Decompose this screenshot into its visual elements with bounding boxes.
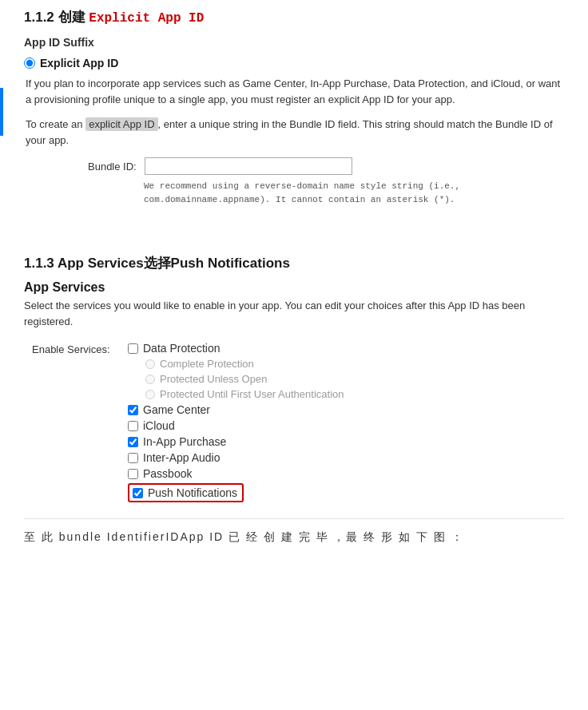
game-center-checkbox[interactable]: [128, 405, 138, 415]
bottom-text: 至 此 bundle IdentifierIDApp ID 已 经 创 建 完 …: [24, 518, 564, 547]
inter-app-audio-label: Inter-App Audio: [143, 451, 220, 464]
in-app-purchase-checkbox[interactable]: [128, 437, 138, 447]
app-services-title: App Services: [24, 280, 564, 295]
service-push-notifications: Push Notifications: [128, 483, 244, 502]
app-services-desc: Select the services you would like to en…: [24, 298, 564, 329]
inter-app-audio-checkbox[interactable]: [128, 453, 138, 463]
in-app-purchase-label: In-App Purchase: [143, 435, 226, 448]
service-inter-app-audio: Inter-App Audio: [128, 451, 344, 464]
complete-protection-label: Complete Protection: [160, 358, 254, 370]
service-protected-until-first: Protected Until First User Authenticatio…: [145, 388, 344, 400]
icloud-label: iCloud: [143, 419, 175, 432]
passbook-checkbox[interactable]: [128, 469, 138, 479]
desc1-text: If you plan to incorporate app services …: [26, 76, 564, 107]
heading-prefix: 1.1.2 创建: [24, 10, 85, 25]
service-data-protection: Data Protection: [128, 342, 344, 355]
service-icloud: iCloud: [128, 419, 344, 432]
bundle-id-label: Bundle ID:: [88, 161, 137, 173]
bundle-id-row: Bundle ID:: [88, 157, 564, 175]
hint-line1: We recommend using a reverse-domain name…: [144, 181, 460, 191]
services-table: Enable Services: Data Protection Complet…: [32, 342, 564, 502]
service-game-center: Game Center: [128, 403, 344, 416]
game-center-label: Game Center: [143, 403, 210, 416]
explicit-app-id-radio-row: Explicit App ID: [24, 57, 564, 69]
left-accent-bar: [0, 88, 3, 136]
complete-protection-radio[interactable]: [145, 359, 155, 369]
bundle-id-hint: We recommend using a reverse-domain name…: [144, 180, 564, 206]
bundle-id-input[interactable]: [145, 157, 352, 175]
protected-unless-open-radio[interactable]: [145, 375, 155, 384]
explicit-app-id-radio[interactable]: [24, 58, 35, 69]
app-id-suffix-title: App ID Suffix: [24, 36, 564, 49]
section-112-heading: 1.1.2 创建 Explicit App ID: [24, 8, 564, 26]
protected-until-first-label: Protected Until First User Authenticatio…: [160, 388, 344, 400]
section-113-heading: 1.1.3 App Services选择Push Notifications: [24, 254, 564, 272]
service-in-app-purchase: In-App Purchase: [128, 435, 344, 448]
push-notifications-checkbox[interactable]: [133, 488, 143, 498]
service-passbook: Passbook: [128, 467, 344, 480]
desc2-prefix: To create an: [26, 118, 85, 130]
protected-unless-open-label: Protected Unless Open: [160, 373, 267, 385]
icloud-checkbox[interactable]: [128, 421, 138, 431]
passbook-label: Passbook: [143, 467, 192, 480]
hint-line2: com.domainname.appname). It cannot conta…: [144, 195, 455, 204]
data-protection-checkbox[interactable]: [128, 343, 138, 354]
push-notifications-label: Push Notifications: [148, 486, 237, 499]
explicit-app-id-inline-highlight: explicit App ID: [85, 117, 157, 131]
service-protected-unless-open: Protected Unless Open: [145, 373, 344, 385]
explicit-app-id-label: Explicit App ID: [40, 57, 118, 69]
service-complete-protection: Complete Protection: [145, 358, 344, 370]
protected-until-first-radio[interactable]: [145, 390, 155, 399]
heading-code: Explicit App ID: [89, 11, 204, 26]
services-list: Data Protection Complete Protection Prot…: [128, 342, 344, 502]
desc2-text: To create an explicit App ID, enter a un…: [26, 117, 564, 148]
data-protection-label: Data Protection: [143, 342, 220, 355]
enable-services-label: Enable Services:: [32, 342, 128, 502]
